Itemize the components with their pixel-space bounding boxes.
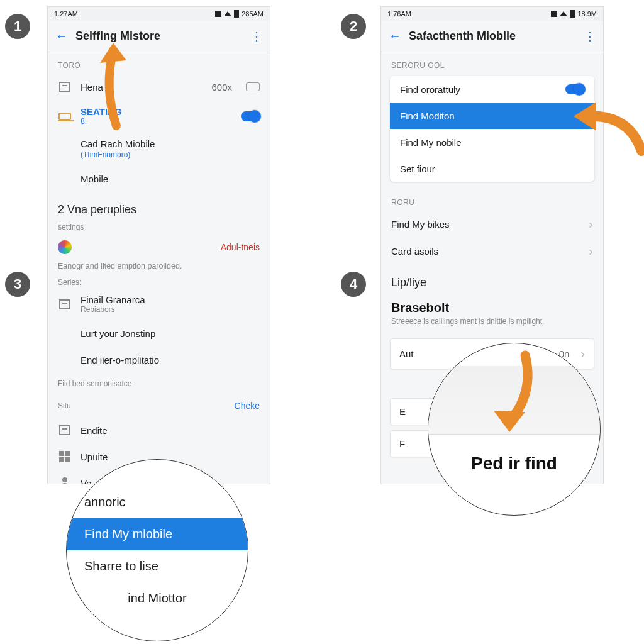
section-heading: Lip/liye [381,265,603,293]
toggle-switch[interactable] [241,111,260,121]
row-title: Upuite [80,452,108,462]
row-title: Hena [80,82,203,92]
row-title: F [399,438,405,449]
row-title: End iier-o-mplitatio [80,355,159,365]
row-title: Mobile [80,174,108,184]
section-label: RORU [381,189,603,211]
row-title: Endite [80,425,108,436]
status-time: 1.27AM [54,10,78,18]
step-num: 2 [350,18,357,35]
step-num: 1 [14,18,21,35]
step-badge-4: 4 [341,272,366,297]
row-lurt[interactable]: Lurt your Jonstinp [48,320,270,347]
fild-label: Fild bed sermonisatce [48,373,270,391]
zoom-item: annoric [67,486,248,518]
row-account[interactable]: Adul-tneis [48,234,270,260]
row-title: Cad Rach Miobile [80,138,155,149]
row-finail[interactable]: Finail Granarca Rebiabors [48,288,270,320]
wifi-icon [224,11,231,16]
row-title: Find Moditon [400,111,455,121]
row-title: Find My bikes [391,219,450,230]
desc-text: Eanogr and lited emption parolided. [48,260,270,277]
step-badge-1: 1 [5,14,30,39]
battery-outline-icon [246,82,260,91]
card-item-find-my-nobile[interactable]: Find My nobile [390,129,594,155]
toggle-switch[interactable] [565,84,584,94]
row-title: Aut [399,348,414,359]
back-icon[interactable]: ← [55,30,68,43]
page-title: Safacthenth Miobile [409,30,584,43]
status-time: 1.76AM [387,10,411,18]
wifi-icon [560,11,567,16]
zoom-callout-1: annoric Find My mlobile Sharre to lise i… [66,459,248,641]
brasebolt-heading: Brasebolt [381,293,603,316]
row-situ: Situ Cheke [48,391,270,417]
situ-label: Situ [58,401,71,410]
page-title: Selffing Mistore [75,30,251,43]
overflow-menu-icon[interactable] [251,35,262,38]
status-right: 285AM [215,10,264,18]
row-value: 600x [211,82,232,92]
row-title: Ve [80,478,92,485]
zoom-item-selected[interactable]: Find My mlobile [67,518,248,550]
row-title: Find My nobile [400,137,462,148]
status-bar: 1.76AM 18.9M [381,7,603,21]
laptop-icon [58,109,72,123]
step-num: 3 [14,276,21,292]
card-item-find-moditon[interactable]: Find Moditon [390,103,594,129]
card-item-set-fiour[interactable]: Set fiour [390,155,594,182]
step-badge-2: 2 [341,14,366,39]
status-right: 18.9M [551,10,597,18]
app-bar: ← Selffing Mistore [48,21,270,52]
person-icon [58,476,72,484]
series-label: Series: [48,277,270,288]
chevron-right-icon: › [589,244,593,258]
status-battery: 18.9M [577,10,597,18]
battery-icon [570,10,575,18]
step-num: 4 [350,276,357,292]
zoom-item: Sharre to lise [67,550,248,582]
chevron-right-icon: › [580,347,585,361]
row-title: SEATING [80,106,232,117]
status-battery: 285AM [242,10,264,18]
zoom-big-text: Ped ir find [428,435,600,492]
card-item-find-ororattuly[interactable]: Find ororattuly [390,76,594,103]
phone-screenshot-1: 1.27AM 285AM ← Selffing Mistore TORO Hen… [47,6,270,484]
row-sub: 8. [80,117,232,126]
chevron-right-icon: › [589,217,593,231]
row-title: Finail Granarca [80,294,260,305]
settings-sublabel: settings [48,220,270,234]
back-icon[interactable]: ← [389,30,401,43]
document-icon [58,80,72,94]
row-hena[interactable]: Hena 600x [48,74,270,100]
row-sub: (TfimFriomoro) [80,150,130,159]
row-title: E [399,406,406,417]
avatar-icon [58,240,72,254]
status-bar: 1.27AM 285AM [48,7,270,21]
row-card-asoils[interactable]: Card asoils › [381,238,603,265]
section-label: SERORU GOL [381,52,603,74]
signal-icon [551,11,557,17]
zoom-callout-2: Ped ir find [428,343,601,516]
row-cad[interactable]: Cad Rach Miobile (TfimFriomoro) [48,132,270,165]
row-find-my-bikes[interactable]: Find My bikes › [381,211,603,238]
row-end[interactable]: End iier-o-mplitatio [48,347,270,373]
document-icon [58,423,72,437]
cheke-link[interactable]: Cheke [235,401,260,411]
options-card: Find ororattuly Find Moditon Find My nob… [390,76,594,182]
app-bar: ← Safacthenth Miobile [381,21,603,52]
section-label: TORO [48,52,270,74]
row-title: Find ororattuly [400,84,460,95]
row-sub: Rebiabors [80,305,260,314]
step-badge-3: 3 [5,272,30,297]
row-setting[interactable]: SEATING 8. [48,100,270,132]
brasebolt-sub: Streeece is calliings ment is dnittle is… [381,316,603,333]
grid-icon [58,450,72,464]
row-endite[interactable]: Endite [48,417,270,443]
row-mobile[interactable]: Mobile [48,165,270,192]
signal-icon [215,11,221,17]
document-icon [58,297,72,311]
link-adul[interactable]: Adul-tneis [221,242,260,252]
overflow-menu-icon[interactable] [584,35,596,38]
battery-icon [234,10,239,18]
